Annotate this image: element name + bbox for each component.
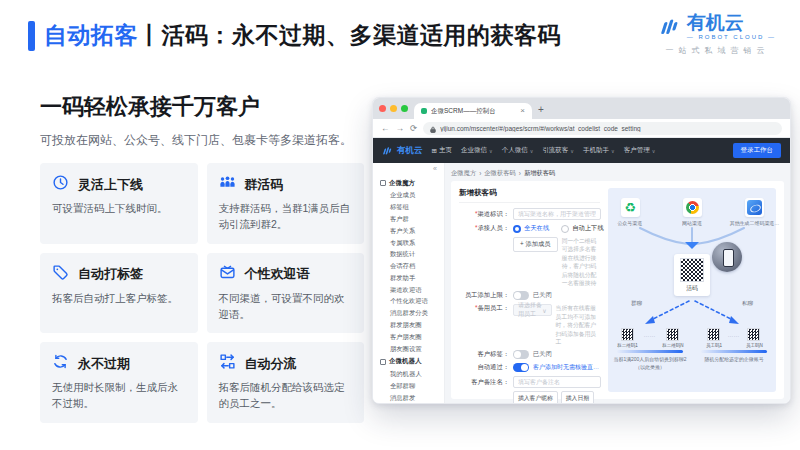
channel-label: 其他生成二维码渠道… [729, 220, 779, 226]
sidebar-item[interactable]: 会话存档 [373, 261, 444, 273]
sidebar-group-wecom-cube[interactable]: 企微魔方 [373, 176, 444, 190]
nav-item-home[interactable]: ⊞主页 [432, 146, 452, 155]
livecode-card: 活码 [674, 254, 710, 296]
page-title-rest: 活码：永不过期、多渠道适用的获客码 [162, 22, 562, 48]
home-grid-icon: ⊞ [432, 147, 437, 155]
nav-item-customer-mgmt[interactable]: 客户管理∨ [624, 146, 656, 155]
backup-staff-select[interactable]: 请选择备用员工∨ [513, 304, 552, 316]
feature-title: 灵活上下线 [78, 176, 143, 194]
tag-icon [52, 264, 69, 285]
tag-toggle[interactable] [513, 350, 529, 359]
sidebar-item[interactable]: 数据统计 [373, 249, 444, 261]
close-tab-icon[interactable]: × [520, 107, 525, 115]
breadcrumb-current: 新增获客码 [524, 169, 555, 178]
radio-selected-icon [513, 225, 521, 233]
autopass-toggle[interactable] [513, 363, 529, 372]
channel-official-account: ♻ 公众号渠道 [607, 198, 653, 227]
nav-item-acquisition[interactable]: 引流获客∨ [542, 146, 574, 155]
nav-item-phone-assistant[interactable]: 手机助手∨ [583, 146, 615, 155]
sidebar-item[interactable]: 个性化欢迎语 [373, 296, 444, 308]
new-tab-button[interactable]: + [538, 104, 544, 115]
feature-section: 一码轻松承接千万客户 可投放在网站、公众号、线下门店、包裹卡等多渠道拓客。 灵活… [40, 92, 364, 423]
breadcrumb-item[interactable]: 企微获客码 [484, 169, 515, 178]
chevron-down-icon: ∨ [542, 307, 546, 314]
sidebar-item[interactable]: 全部群聊 [373, 381, 444, 393]
radio-always-online[interactable]: 全天在线 [513, 224, 549, 233]
sidebar-group-wecom-robot[interactable]: 企微机器人 [373, 355, 444, 369]
wechat-official-icon: ♻ [621, 198, 640, 217]
ellipsis: …… [728, 332, 740, 338]
sidebar-item[interactable]: 渠道欢迎语 [373, 284, 444, 296]
insert-nickname-button[interactable]: 插入客户昵称 [513, 391, 558, 404]
app-main: 企微魔方 › 企微获客码 › 新增获客码 新增获客码 *渠道标识： [445, 163, 790, 403]
app-sidebar: « 企微魔方 企业成员 标签组 客户群 客户关系 专属联系 数据统计 会话存档 … [373, 163, 445, 403]
sidebar-item[interactable]: 企业成员 [373, 190, 444, 202]
nav-item-personal-wechat[interactable]: 个人微信∨ [502, 146, 534, 155]
app-logo-icon [382, 142, 394, 160]
add-member-button[interactable]: + 添加成员 [513, 237, 558, 252]
sidebar-item[interactable]: 群发朋友圈 [373, 320, 444, 332]
sidebar-item[interactable]: 消息群发 [373, 393, 444, 404]
clock-icon [52, 174, 69, 195]
backup-label: *备用员工： [459, 304, 509, 313]
breadcrumb-sep: › [519, 170, 521, 177]
maximize-window-button[interactable] [401, 105, 408, 112]
favicon [421, 108, 427, 114]
sidebar-collapse-icon[interactable]: « [373, 165, 444, 176]
nav-item-wecom[interactable]: 企业微信∨ [461, 146, 493, 155]
branch-right-label: 私聊 [742, 300, 753, 307]
browser-tab[interactable]: 企微SCRM——控制台 × [414, 103, 532, 119]
sidebar-item[interactable]: 客户关系 [373, 225, 444, 237]
back-icon[interactable]: ← [381, 124, 390, 133]
qrcode-app-icon [745, 198, 764, 217]
window-controls[interactable] [379, 105, 408, 112]
app-logo[interactable]: 有机云 [382, 142, 423, 160]
sidebar-item[interactable]: 标签组 [373, 202, 444, 214]
staff-label: *承接人员： [459, 224, 509, 233]
feature-grid: 灵活上下线 可设置活码上下线时间。 群活码 支持群活码，当群1满员后自动引流到群… [40, 163, 364, 423]
sidebar-item[interactable]: 群发助手 [373, 272, 444, 284]
backup-hint: 当所有在线客服员工均不可添加时，将分配客户扫码添加备用员工 [556, 304, 600, 346]
brand-logo: 有机云 — ROBOT CLOUD — 一站式私域营销云 [659, 13, 776, 56]
feature-title: 个性欢迎语 [245, 265, 310, 283]
close-window-button[interactable] [379, 105, 386, 112]
limit-state: 已关闭 [533, 291, 552, 300]
browser-urlbar: ← → ⟳ yijiun.com/mscenter/#/pages/scrm/#… [373, 119, 790, 138]
workbench-login-button[interactable]: 登录工作台 [733, 143, 782, 158]
limit-toggle[interactable] [513, 291, 529, 300]
remark-name-input[interactable] [513, 376, 601, 388]
progress-line [701, 350, 767, 353]
plus-icon: + [520, 240, 524, 247]
staff-qr-last: 员工码N [745, 328, 764, 348]
sidebar-item[interactable]: 客户群 [373, 214, 444, 226]
browser-tabbar: 企微SCRM——控制台 × + [373, 98, 790, 119]
reload-icon[interactable]: ⟳ [410, 124, 417, 133]
staff-qr-block: 员工码1 …… 员工码N 随机分配给选定的企微账号 [698, 328, 770, 371]
minimize-window-button[interactable] [390, 105, 397, 112]
sidebar-item[interactable]: 朋友圈设置 [373, 343, 444, 355]
forward-icon[interactable]: → [396, 124, 405, 133]
sidebar-item[interactable]: 专属联系 [373, 237, 444, 249]
feature-card-group-code: 群活码 支持群活码，当群1满员后自动引流到群2。 [207, 163, 365, 244]
chevron-down-icon: ∨ [530, 148, 534, 154]
refresh-icon [52, 353, 69, 374]
sidebar-item[interactable]: 我的机器人 [373, 369, 444, 381]
sidebar-item[interactable]: 消息群发分类 [373, 308, 444, 320]
add-member-hint: 同一个二维码可选择多名客服在线进行接待，客户扫码后将随机分配一名客服接待 [562, 237, 600, 287]
radio-auto-schedule[interactable]: 自动上下线 [561, 224, 603, 233]
sidebar-item[interactable]: 客户朋友圈 [373, 331, 444, 343]
chrome-icon [683, 198, 702, 217]
channel-website: 网站渠道 [669, 198, 715, 227]
address-bar[interactable]: yijiun.com/mscenter/#/pages/scrm/#/workw… [423, 122, 782, 135]
staff-qr-first: 员工码1 [705, 328, 723, 348]
feature-title: 自动分流 [245, 355, 297, 373]
tag-state: 已关闭 [533, 350, 552, 359]
insert-date-button[interactable]: 插入日期 [561, 391, 594, 404]
phone-photo [712, 242, 742, 272]
brand-subtitle: — ROBOT CLOUD — [687, 34, 776, 40]
feature-desc: 不同渠道，可设置不同的欢迎语。 [219, 290, 353, 323]
brand-logo-icon [659, 18, 683, 40]
section-subheading: 可投放在网站、公众号、线下门店、包裹卡等多渠道拓客。 [40, 132, 364, 149]
breadcrumb-item[interactable]: 企微魔方 [451, 169, 476, 178]
channel-name-input[interactable] [513, 208, 601, 220]
